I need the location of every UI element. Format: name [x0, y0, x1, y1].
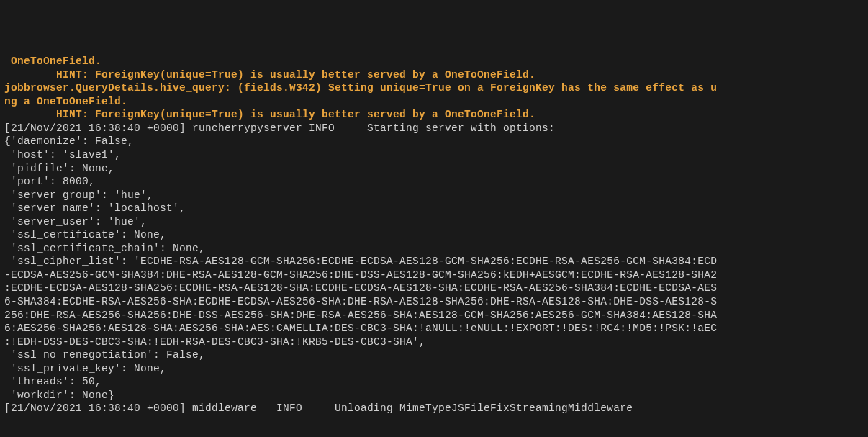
- log-line: [21/Nov/2021 16:38:40 +0000] runcherrypy…: [4, 122, 864, 135]
- log-line: 6-SHA384:ECDHE-RSA-AES256-SHA:ECDHE-ECDS…: [4, 295, 864, 309]
- log-line: -ECDSA-AES256-GCM-SHA384:DHE-RSA-AES128-…: [4, 269, 864, 282]
- log-line: HINT: ForeignKey(unique=True) is usually…: [4, 108, 864, 122]
- log-line: :!EDH-DSS-DES-CBC3-SHA:!EDH-RSA-DES-CBC3…: [4, 335, 864, 349]
- log-line: {'daemonize': False,: [4, 135, 864, 148]
- log-line: 'ssl_certificate': None,: [4, 228, 864, 242]
- log-line: 6:AES256-SHA256:AES128-SHA:AES256-SHA:AE…: [4, 322, 864, 335]
- log-line: 'ssl_certificate_chain': None,: [4, 242, 864, 256]
- log-line: jobbrowser.QueryDetails.hive_query: (fie…: [4, 81, 864, 95]
- log-line: HINT: ForeignKey(unique=True) is usually…: [4, 68, 864, 82]
- log-line: 'workdir': None}: [4, 389, 864, 402]
- log-line: 'ssl_cipher_list': 'ECDHE-RSA-AES128-GCM…: [4, 255, 864, 269]
- log-line: 256:DHE-RSA-AES256-SHA256:DHE-DSS-AES256…: [4, 309, 864, 323]
- log-line: 'server_name': 'localhost',: [4, 202, 864, 215]
- log-line: OneToOneField.: [4, 55, 864, 68]
- log-line: ng a OneToOneField.: [4, 95, 864, 109]
- log-line: 'threads': 50,: [4, 375, 864, 389]
- log-line: 'ssl_no_renegotiation': False,: [4, 348, 864, 362]
- terminal-output[interactable]: OneToOneField. HINT: ForeignKey(unique=T…: [4, 55, 864, 415]
- log-line: 'host': 'slave1',: [4, 148, 864, 162]
- log-line: 'ssl_private_key': None,: [4, 362, 864, 376]
- log-line: 'pidfile': None,: [4, 162, 864, 176]
- log-line: 'server_group': 'hue',: [4, 189, 864, 202]
- log-line: 'port': 8000,: [4, 175, 864, 189]
- log-line: [21/Nov/2021 16:38:40 +0000] middleware …: [4, 402, 864, 415]
- log-line: :ECDHE-ECDSA-AES128-SHA256:ECDHE-RSA-AES…: [4, 281, 864, 295]
- log-line: 'server_user': 'hue',: [4, 215, 864, 229]
